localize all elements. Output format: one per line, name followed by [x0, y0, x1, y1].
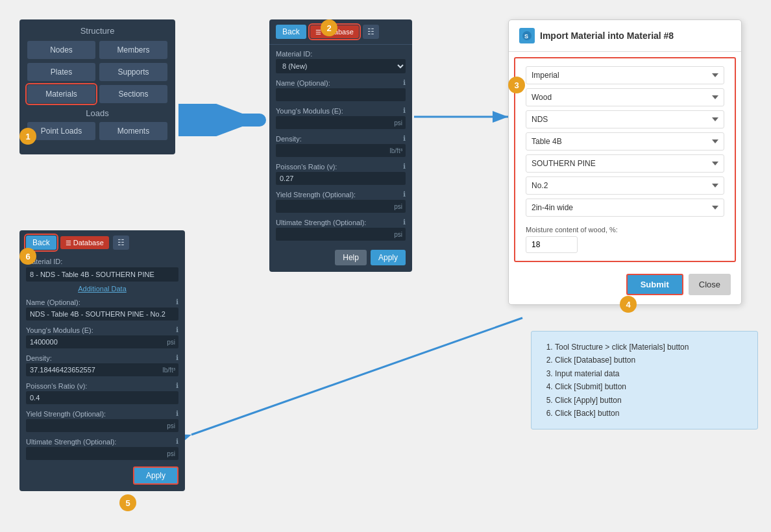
mpf-yield-unit: psi — [167, 422, 175, 429]
yield-unit: psi — [394, 203, 402, 210]
dlg-species-select[interactable]: SOUTHERN PINE — [526, 154, 724, 173]
material-panel-filled: Back ☰ Database ☷ Material ID: 8 - NDS -… — [19, 230, 185, 491]
mpf-youngs-unit: psi — [167, 339, 175, 346]
mp-poissons-label: Poisson's Ratio (v): ℹ — [276, 162, 406, 171]
ultimate-info-icon: ℹ — [403, 218, 406, 226]
instructions-list: Tool Structure > click [Materials] butto… — [543, 341, 746, 420]
mpf-material-id-label: Material ID: — [26, 258, 178, 265]
mp-yield-input[interactable] — [276, 200, 406, 213]
structure-panel: Structure Nodes Members Plates Supports … — [19, 19, 175, 154]
mpf-density-info-icon: ℹ — [176, 354, 178, 362]
mp-youngs-label: Young's Modulus (E): ℹ — [276, 106, 406, 115]
mp-back-button[interactable]: Back — [276, 25, 306, 39]
mpf-youngs-input[interactable] — [26, 335, 178, 348]
mp-name-input[interactable] — [276, 88, 406, 101]
mpf-poissons-input[interactable] — [26, 391, 178, 404]
density-info-icon: ℹ — [403, 134, 406, 143]
loads-title: Loads — [27, 108, 167, 118]
step1-circle: 1 — [19, 128, 36, 145]
mpf-material-id-select[interactable]: 8 - NDS - Table 4B - SOUTHERN PINE — [26, 267, 178, 282]
mpf-yield-input[interactable] — [26, 419, 178, 432]
instruction-item-6: Click [Back] button — [555, 407, 746, 420]
step2-circle: 2 — [321, 19, 337, 36]
instruction-item-5: Click [Apply] button — [555, 394, 746, 407]
mpf-poissons-label: Poisson's Ratio (v): ℹ — [26, 381, 178, 390]
moisture-input[interactable]: 18 — [526, 236, 578, 253]
mp-yield-label: Yield Strength (Optional): ℹ — [276, 190, 406, 199]
instruction-item-3: Input material data — [555, 367, 746, 380]
materials-button[interactable]: Materials — [27, 85, 95, 103]
dialog-title: Import Material into Material #8 — [540, 30, 674, 41]
mp-ultimate-label: Ultimate Strength (Optional): ℹ — [276, 218, 406, 226]
dlg-material-type-select[interactable]: Wood — [526, 88, 724, 106]
dlg-submit-button[interactable]: Submit — [626, 274, 683, 295]
dlg-size-select[interactable]: 2in-4in wide — [526, 199, 724, 217]
mpf-yield-info-icon: ℹ — [176, 409, 178, 418]
mp-density-label: Density: ℹ — [276, 134, 406, 143]
ultimate-unit: psi — [394, 231, 402, 238]
poissons-info-icon: ℹ — [403, 162, 406, 171]
mp-help-button[interactable]: Help — [335, 250, 367, 265]
mp-name-label: Name (Optional): ℹ — [276, 79, 406, 87]
import-dialog: S Import Material into Material #8 Imper… — [508, 19, 742, 305]
supports-button[interactable]: Supports — [99, 63, 167, 81]
mpf-poissons-info-icon: ℹ — [176, 381, 178, 390]
mpf-ultimate-label: Ultimate Strength (Optional): ℹ — [26, 437, 178, 446]
step5-circle: 5 — [119, 494, 136, 511]
mp-poissons-input[interactable]: 0.27 — [276, 172, 406, 185]
skyciv-logo-icon: S — [519, 28, 535, 43]
mpf-ultimate-unit: psi — [167, 450, 175, 457]
mp-material-id-select[interactable]: 8 (New) — [276, 59, 406, 73]
mp-ultimate-input[interactable] — [276, 228, 406, 241]
step3-circle: 3 — [508, 77, 525, 93]
name-info-icon: ℹ — [403, 79, 406, 87]
dlg-close-button[interactable]: Close — [689, 274, 731, 295]
dlg-standard-select[interactable]: NDS — [526, 110, 724, 128]
dlg-unit-select[interactable]: Imperial — [526, 66, 724, 84]
instruction-item-4: Click [Submit] button — [555, 380, 746, 393]
mpf-density-label: Density: ℹ — [26, 354, 178, 362]
mpf-apply-button[interactable]: Apply — [133, 466, 178, 485]
mpf-density-unit: lb/ft³ — [163, 367, 175, 374]
instruction-item-1: Tool Structure > click [Materials] butto… — [555, 341, 746, 354]
nodes-button[interactable]: Nodes — [27, 41, 95, 59]
instruction-item-2: Click [Database] button — [555, 354, 746, 367]
mpf-name-label: Name (Optional): ℹ — [26, 298, 178, 306]
arrow-diagonal — [185, 305, 529, 448]
mp-material-id-label: Material ID: — [276, 50, 406, 58]
arrow-right-1 — [178, 104, 269, 136]
members-button[interactable]: Members — [99, 41, 167, 59]
mpf-additional-data-link[interactable]: Additional Data — [26, 285, 178, 293]
plates-button[interactable]: Plates — [27, 63, 95, 81]
sections-button[interactable]: Sections — [99, 85, 167, 103]
mpf-ultimate-input[interactable] — [26, 447, 178, 460]
mpf-density-input[interactable] — [26, 363, 178, 376]
arrow-right-2 — [414, 110, 518, 123]
mpf-db-icon: ☰ — [66, 239, 71, 247]
point-loads-button[interactable]: Point Loads — [27, 122, 95, 140]
mpf-grid-button[interactable]: ☷ — [113, 236, 129, 250]
material-panel-top: Back ☰ Database ☷ Material ID: 8 (New) N… — [269, 19, 412, 272]
mp-grid-button[interactable]: ☷ — [363, 25, 379, 39]
mpf-name-input[interactable]: NDS - Table 4B - SOUTHERN PINE - No.2 — [26, 308, 178, 320]
density-unit: lb/ft³ — [390, 147, 402, 154]
mp-density-input[interactable] — [276, 144, 406, 157]
mp-apply-button[interactable]: Apply — [371, 250, 406, 265]
mpf-ultimate-info-icon: ℹ — [176, 437, 178, 446]
svg-line-7 — [191, 318, 522, 435]
dlg-table-select[interactable]: Table 4B — [526, 132, 724, 151]
instructions-box: Tool Structure > click [Materials] butto… — [531, 331, 758, 429]
mpf-yield-label: Yield Strength (Optional): ℹ — [26, 409, 178, 418]
moments-button[interactable]: Moments — [99, 122, 167, 140]
step4-circle: 4 — [620, 296, 637, 313]
dlg-grade-select[interactable]: No.2 — [526, 176, 724, 195]
mpf-youngs-info-icon: ℹ — [176, 326, 178, 334]
mpf-name-info-icon: ℹ — [176, 298, 178, 306]
moisture-label: Moisture content of wood, %: — [526, 226, 724, 234]
step6-circle: 6 — [19, 248, 36, 265]
mp-youngs-input[interactable] — [276, 116, 406, 129]
mpf-database-button[interactable]: ☰ Database — [60, 236, 109, 249]
yield-info-icon: ℹ — [403, 190, 406, 199]
youngs-unit: psi — [394, 119, 402, 127]
structure-title: Structure — [27, 26, 167, 36]
